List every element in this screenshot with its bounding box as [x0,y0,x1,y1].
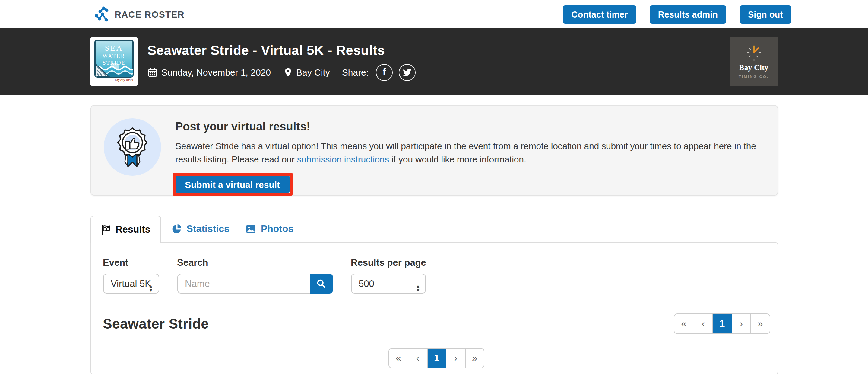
event-date: Sunday, November 1, 2020 [148,67,271,77]
search-filter: Search [177,257,333,293]
results-admin-button[interactable]: Results admin [650,5,726,23]
calendar-icon [148,67,157,77]
award-badge-icon [103,118,161,178]
finish-flag-icon [101,224,111,235]
page-title: Seawater Stride - Virtual 5K - Results [148,43,415,58]
event-location: Bay City [284,67,330,77]
tab-statistics[interactable]: Statistics [166,216,236,242]
pagination-last-button[interactable]: » [465,348,484,368]
search-input[interactable] [177,274,310,293]
pagination-page-1[interactable]: 1 [427,348,446,368]
facebook-share-button[interactable]: f [376,64,393,81]
contact-timer-button[interactable]: Contact timer [563,5,637,23]
pagination-bottom: « ‹ 1 › » [389,348,485,368]
series-heading: Seawater Stride [103,316,209,332]
twitter-share-button[interactable] [399,64,415,81]
results-tabs: Results Statistics [90,216,778,242]
event-logo-poster: SEA WATER STRIDE [94,39,134,78]
virtual-results-panel: Post your virtual results! Seawater Stri… [90,105,778,196]
search-icon [317,279,326,288]
search-button[interactable] [310,274,333,293]
tab-results[interactable]: Results [90,216,161,243]
results-panel: Event Virtual 5K ▲▼ Search [90,242,778,374]
top-navigation-bar: RACE ROSTER Contact timer Results admin … [0,0,868,28]
event-header: SEA WATER STRIDE Bay city series Seawate… [0,28,868,95]
race-roster-logo-icon [95,6,109,22]
virtual-panel-body: Seawater Stride has a virtual option! Th… [175,140,763,166]
top-actions: Contact timer Results admin Sign out [563,5,792,23]
svg-text:STRIDE: STRIDE [102,60,125,66]
svg-text:SEA: SEA [104,44,123,53]
race-roster-logo[interactable]: RACE ROSTER [95,6,185,22]
pie-chart-icon [172,224,182,234]
results-per-page-filter: Results per page 500 ▲▼ [351,257,426,293]
submit-virtual-result-button[interactable]: Submit a virtual result [175,176,289,193]
twitter-icon [403,68,411,76]
pagination-prev-button[interactable]: ‹ [408,348,427,368]
tab-photos[interactable]: Photos [240,216,300,242]
event-logo-caption: Bay city series [115,79,133,82]
submission-instructions-link[interactable]: submission instructions [297,154,390,164]
event-label: Event [103,257,159,268]
annotation-highlight-box: Submit a virtual result [172,173,292,196]
search-label: Search [177,257,333,268]
timing-company-name: Bay City [739,63,769,73]
pagination-top: « ‹ 1 › » [674,313,770,334]
svg-text:WATER: WATER [102,53,125,59]
brand-wordmark: RACE ROSTER [115,9,185,19]
event-filter: Event Virtual 5K ▲▼ [103,257,159,293]
event-select[interactable]: Virtual 5K [103,274,159,293]
clock-icon [743,45,765,62]
image-icon [246,225,256,233]
map-pin-icon [284,67,292,77]
event-info: Seawater Stride - Virtual 5K - Results [148,43,415,81]
pagination-next-button[interactable]: › [446,348,465,368]
pagination-prev-button[interactable]: ‹ [693,314,712,333]
share-label: Share: [342,67,369,77]
pagination-last-button[interactable]: » [750,314,769,333]
timing-company-logo: Bay City TIMING CO. [730,37,778,86]
facebook-icon: f [383,67,386,77]
pagination-next-button[interactable]: › [732,314,750,333]
pagination-first-button[interactable]: « [674,314,693,333]
results-per-page-select[interactable]: 500 [351,274,426,293]
timing-company-subtitle: TIMING CO. [739,74,769,79]
pagination-first-button[interactable]: « [389,348,408,368]
pagination-page-1[interactable]: 1 [712,314,732,333]
virtual-panel-heading: Post your virtual results! [175,120,763,134]
event-logo: SEA WATER STRIDE Bay city series [90,37,137,86]
sign-out-button[interactable]: Sign out [740,5,792,23]
results-per-page-label: Results per page [351,257,426,268]
